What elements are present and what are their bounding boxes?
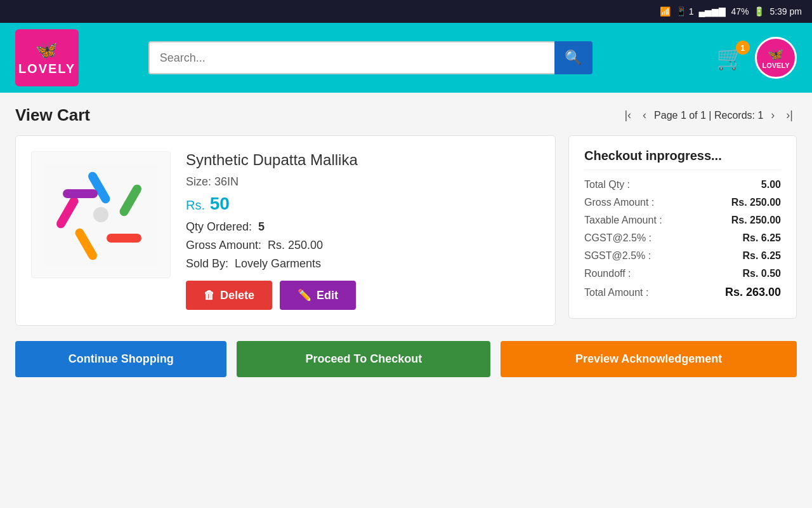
cart-badge: 1 <box>736 41 750 55</box>
edit-label: Edit <box>317 289 338 302</box>
svg-rect-3 <box>107 234 141 243</box>
summary-row-label: Taxable Amount : <box>584 215 662 226</box>
summary-row-value: Rs. 263.00 <box>725 286 781 299</box>
cart-button[interactable]: 🛒 1 <box>716 44 745 71</box>
product-size: Size: 36IN <box>186 175 540 189</box>
seller-label: Sold By: <box>186 257 228 270</box>
summary-row-value: Rs. 0.50 <box>743 268 781 279</box>
pagination: |‹ ‹ Page 1 of 1 | Records: 1 › ›| <box>620 107 797 123</box>
user-avatar[interactable]: 🦋 LOVELY <box>755 37 797 79</box>
page-header: View Cart |‹ ‹ Page 1 of 1 | Records: 1 … <box>15 105 797 125</box>
svg-point-7 <box>93 207 108 222</box>
status-bar: 📶 📱 1 ▄▅▆▇ 47% 🔋 5:39 pm <box>0 0 812 23</box>
prev-page-button[interactable]: ‹ <box>639 107 650 123</box>
app-logo[interactable]: 🦋 LOVELY <box>15 29 79 86</box>
price-currency: Rs. <box>186 198 205 212</box>
gross-label: Gross Amount: <box>186 239 261 251</box>
summary-row-label: Total Qty : <box>584 179 630 190</box>
first-page-button[interactable]: |‹ <box>620 107 635 123</box>
sim-indicator: 📱 1 <box>676 6 694 17</box>
cart-item-card: Synthetic Dupatta Mallika Size: 36IN Rs.… <box>15 135 556 326</box>
summary-row: Total Qty : 5.00 <box>584 179 781 190</box>
page-title: View Cart <box>15 105 90 125</box>
summary-row: Gross Amount : Rs. 250.00 <box>584 197 781 208</box>
summary-row-value: Rs. 6.25 <box>743 250 781 262</box>
product-image <box>31 151 171 278</box>
proceed-checkout-button[interactable]: Proceed To Checkout <box>237 341 490 377</box>
edit-icon: ✏️ <box>298 288 311 302</box>
summary-row-label: CGST@2.5% : <box>584 232 652 244</box>
logo-butterfly-icon: 🦋 <box>36 39 59 60</box>
summary-row-label: Total Amount : <box>584 287 648 298</box>
header-icons: 🛒 1 🦋 LOVELY <box>716 37 797 79</box>
checkout-title: Checkout inprogress... <box>584 149 781 170</box>
summary-row-value: Rs. 250.00 <box>731 197 781 208</box>
product-seller: Sold By: Lovely Garments <box>186 257 540 271</box>
last-page-button[interactable]: ›| <box>782 107 797 123</box>
checkout-summary: Checkout inprogress... Total Qty : 5.00 … <box>568 135 797 319</box>
continue-shopping-button[interactable]: Continue Shopping <box>15 341 226 377</box>
battery-icon: 🔋 <box>754 6 764 17</box>
summary-row-value: 5.00 <box>761 179 781 190</box>
qty-value: 5 <box>258 220 265 233</box>
svg-rect-6 <box>63 189 98 198</box>
signal-icon: ▄▅▆▇ <box>698 6 726 17</box>
time-display: 5:39 pm <box>769 6 802 17</box>
search-icon: 🔍 <box>565 50 582 66</box>
main-content: View Cart |‹ ‹ Page 1 of 1 | Records: 1 … <box>0 93 812 508</box>
summary-row: Roundoff : Rs. 0.50 <box>584 268 781 279</box>
product-illustration <box>37 157 164 272</box>
seller-name: Lovely Garments <box>235 257 321 270</box>
product-gross: Gross Amount: Rs. 250.00 <box>186 239 540 252</box>
preview-acknowledgement-button[interactable]: Preview Acknowledgement <box>501 341 797 377</box>
product-qty: Qty Ordered: 5 <box>186 220 540 234</box>
summary-rows: Total Qty : 5.00 Gross Amount : Rs. 250.… <box>584 179 781 299</box>
qty-label: Qty Ordered: <box>186 220 252 233</box>
edit-button[interactable]: ✏️ Edit <box>280 281 356 310</box>
delete-button[interactable]: 🗑 Delete <box>186 281 272 310</box>
search-button[interactable]: 🔍 <box>554 41 593 74</box>
summary-row: Total Amount : Rs. 263.00 <box>584 286 781 299</box>
action-buttons: 🗑 Delete ✏️ Edit <box>186 281 540 310</box>
delete-label: Delete <box>220 289 254 302</box>
search-container: 🔍 <box>148 41 593 74</box>
wifi-icon: 📶 <box>660 6 671 17</box>
page-info: Page 1 of 1 | Records: 1 <box>654 110 763 121</box>
bottom-buttons: Continue Shopping Proceed To Checkout Pr… <box>15 341 797 377</box>
summary-row-label: Roundoff : <box>584 268 631 279</box>
next-page-button[interactable]: › <box>767 107 778 123</box>
logo-text: LOVELY <box>18 62 75 76</box>
summary-row: Taxable Amount : Rs. 250.00 <box>584 215 781 226</box>
summary-row: CGST@2.5% : Rs. 6.25 <box>584 232 781 244</box>
gross-amount-value: Rs. 250.00 <box>268 239 323 251</box>
summary-row-value: Rs. 250.00 <box>731 215 781 226</box>
avatar-butterfly-icon: 🦋 <box>768 46 783 62</box>
product-details: Synthetic Dupatta Mallika Size: 36IN Rs.… <box>186 151 540 310</box>
avatar-label: LOVELY <box>762 62 789 69</box>
cart-area: Synthetic Dupatta Mallika Size: 36IN Rs.… <box>15 135 797 326</box>
price-value: 50 <box>210 194 230 213</box>
product-price: Rs. 50 <box>186 194 540 214</box>
summary-row: SGST@2.5% : Rs. 6.25 <box>584 250 781 262</box>
search-input[interactable] <box>148 41 554 74</box>
trash-icon: 🗑 <box>204 289 215 302</box>
product-name: Synthetic Dupatta Mallika <box>186 151 540 169</box>
summary-row-value: Rs. 6.25 <box>743 232 781 244</box>
summary-row-label: Gross Amount : <box>584 197 654 208</box>
summary-row-label: SGST@2.5% : <box>584 250 651 262</box>
battery-status: 47% <box>731 6 749 17</box>
app-header: 🦋 LOVELY 🔍 🛒 1 🦋 LOVELY <box>0 23 812 93</box>
